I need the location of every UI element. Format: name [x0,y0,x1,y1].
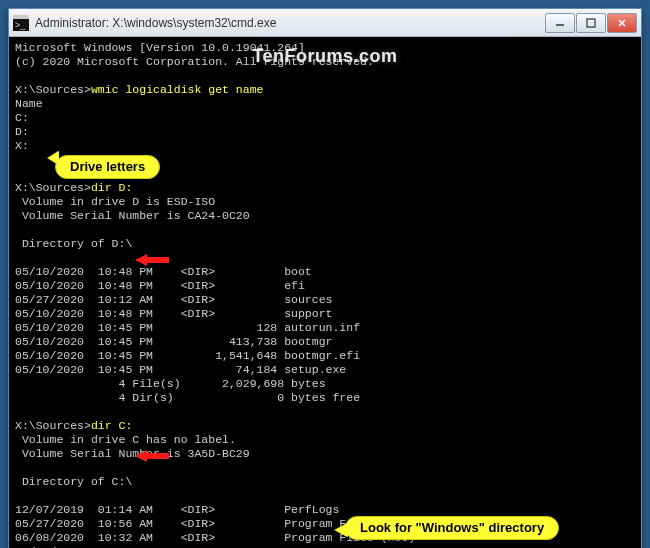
window-title: Administrator: X:\windows\system32\cmd.e… [35,16,544,30]
maximize-button[interactable] [576,13,606,33]
svg-rect-1 [13,15,29,19]
titlebar[interactable]: >_ Administrator: X:\windows\system32\cm… [9,9,641,37]
command-text: wmic logicaldisk get name [91,83,264,96]
cmd-window: >_ Administrator: X:\windows\system32\cm… [8,8,642,548]
dir-row: 05/27/2020 10:56 AM <DIR> Program Files [15,517,374,530]
dir-row: 05/10/2020 10:48 PM <DIR> support [15,307,332,320]
cmd-icon: >_ [13,15,29,31]
arrow-icon [135,225,169,239]
callout-windows-dir: Look for "Windows" directory [345,516,559,540]
dir-row: 05/10/2020 10:45 PM 128 autorun.inf [15,321,360,334]
dir-row: 05/10/2020 10:45 PM 74,184 setup.exe [15,363,346,376]
window-controls [544,13,637,33]
dir-volume: Volume in drive D is ESD-ISO [15,195,215,208]
dir-serial: Volume Serial Number is CA24-0C20 [15,209,250,222]
drive-letter: C: [15,111,29,124]
dir-of: Directory of C:\ [15,475,132,488]
header-line: (c) 2020 Microsoft Corporation. All righ… [15,55,374,68]
callout-drive-letters: Drive letters [55,155,160,179]
svg-rect-4 [587,19,595,27]
command-text: dir C: [91,419,132,432]
dir-row: 05/10/2020 10:45 PM 413,738 bootmgr [15,335,332,348]
dir-row: 05/10/2020 10:48 PM <DIR> boot [15,265,312,278]
dir-of: Directory of D:\ [15,237,132,250]
dir-summary: 4 File(s) 2,029,698 bytes [15,377,326,390]
wmic-header: Name [15,97,43,110]
close-button[interactable] [607,13,637,33]
dir-row: 05/10/2020 10:48 PM <DIR> efi [15,279,305,292]
prompt: X:\Sources> [15,181,91,194]
dir-row: 05/27/2020 10:12 AM <DIR> sources [15,293,332,306]
drive-letter: D: [15,125,29,138]
prompt: X:\Sources> [15,83,91,96]
dir-row: 12/07/2019 01:14 AM <DIR> PerfLogs [15,503,339,516]
command-text: dir D: [91,181,132,194]
dir-volume: Volume in drive C has no label. [15,433,236,446]
minimize-button[interactable] [545,13,575,33]
svg-text:>_: >_ [15,20,26,30]
prompt: X:\Sources> [15,419,91,432]
header-line: Microsoft Windows [Version 10.0.19041.26… [15,41,305,54]
dir-row: 05/10/2020 10:45 PM 1,541,648 bootmgr.ef… [15,349,360,362]
dir-summary: 4 Dir(s) 0 bytes free [15,391,360,404]
drive-letter: X: [15,139,29,152]
dir-serial: Volume Serial Number is 3A5D-BC29 [15,447,250,460]
terminal-output[interactable]: Microsoft Windows [Version 10.0.19041.26… [9,37,641,548]
